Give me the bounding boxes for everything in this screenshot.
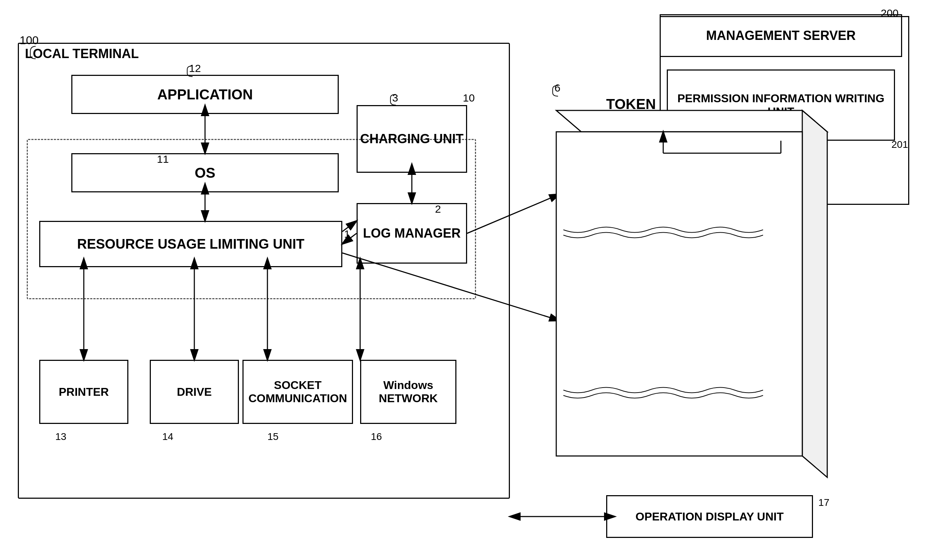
usage-perm-label: USAGE PERMISSION INFORMATION FILE	[561, 332, 773, 360]
charging-unit-label: CHARGING UNIT	[360, 131, 463, 146]
management-server-box: MANAGEMENT SERVER	[660, 14, 902, 57]
ref-14: 14	[162, 431, 173, 442]
token-label: TOKEN	[606, 96, 656, 112]
ref-10: 10	[463, 92, 475, 104]
diagram-container: 100 LOCAL TERMINAL APPLICATION 12 OS 11 …	[0, 0, 931, 560]
management-server-label: MANAGEMENT SERVER	[706, 28, 855, 43]
usage-perm-box: USAGE PERMISSION INFORMATION FILE	[560, 292, 774, 399]
resource-usage-box: RESOURCE USAGE LIMITING UNIT	[39, 221, 342, 267]
windows-network-box: Windows NETWORK	[360, 360, 456, 424]
charging-unit-box: CHARGING UNIT	[357, 105, 467, 173]
operation-display-label: OPERATION DISPLAY UNIT	[635, 510, 783, 523]
permission-writing-box: PERMISSION INFORMATION WRITING UNIT	[667, 69, 895, 141]
ref-100: 100	[20, 34, 39, 47]
ref-16: 16	[371, 431, 382, 442]
log-manager-box: LOG MANAGER	[357, 203, 467, 264]
printer-box: PRINTER	[39, 360, 128, 424]
ref-2: 2	[435, 203, 441, 215]
ref-13: 13	[55, 431, 66, 442]
socket-box: SOCKET COMMUNICATION	[242, 360, 353, 424]
application-box: APPLICATION	[71, 75, 339, 114]
usage-log-box: USAGE LOG FILE	[560, 153, 774, 235]
ref-1: 1	[344, 228, 350, 240]
operation-display-box: OPERATION DISPLAY UNIT	[606, 495, 813, 538]
ref-201: 201	[891, 139, 908, 150]
ref-7: 7	[779, 321, 785, 332]
socket-label: SOCKET COMMUNICATION	[244, 378, 352, 405]
ref-17: 17	[818, 497, 829, 508]
printer-label: PRINTER	[59, 385, 109, 398]
application-label: APPLICATION	[157, 86, 253, 103]
windows-network-label: Windows NETWORK	[361, 378, 455, 405]
usage-log-label: USAGE LOG FILE	[615, 188, 718, 201]
ref-12: 12	[189, 62, 201, 74]
ref-8: 8	[779, 185, 785, 197]
local-terminal-label: LOCAL TERMINAL	[25, 46, 139, 61]
ref-6: 6	[554, 82, 560, 94]
log-manager-label: LOG MANAGER	[363, 226, 461, 241]
permission-writing-label: PERMISSION INFORMATION WRITING UNIT	[668, 92, 894, 118]
drive-box: DRIVE	[150, 360, 239, 424]
resource-usage-label: RESOURCE USAGE LIMITING UNIT	[77, 237, 304, 252]
ref-15: 15	[267, 431, 278, 442]
drive-label: DRIVE	[177, 385, 212, 398]
ref-3: 3	[392, 92, 398, 104]
